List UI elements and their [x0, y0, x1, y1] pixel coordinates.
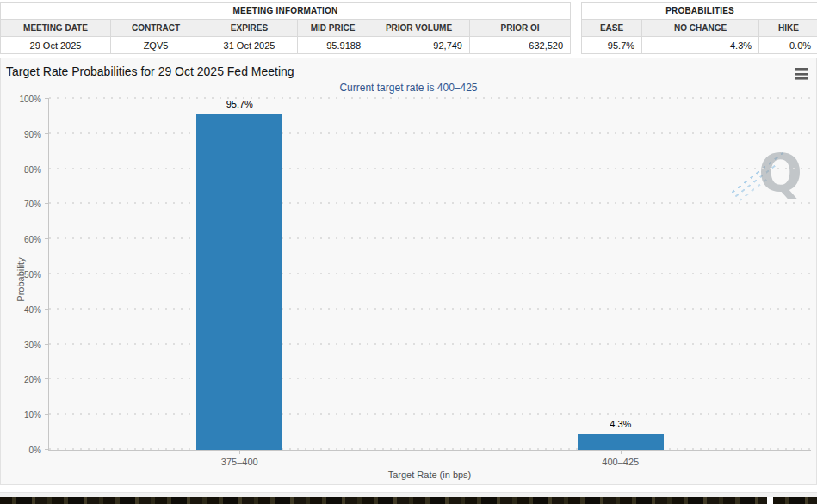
y-axis-title: Probability [15, 249, 26, 310]
tables-gap [571, 2, 581, 54]
y-tick-label: 60% [24, 235, 41, 244]
cutoff-content-right [773, 497, 817, 504]
menu-bar [795, 77, 808, 80]
table-row: 29 Oct 2025 ZQV5 31 Oct 2025 95.9188 92,… [1, 37, 571, 54]
y-gridline [49, 378, 811, 379]
probability-chart: Target Rate Probabilities for 29 Oct 202… [0, 58, 817, 485]
ease-value: 95.7% [582, 37, 642, 54]
y-gridline [49, 97, 811, 99]
menu-bar [795, 68, 808, 71]
x-tick-mark [621, 450, 622, 454]
meeting-date-value: 29 Oct 2025 [1, 37, 111, 54]
y-tick-label: 10% [24, 410, 41, 420]
col-header-contract: CONTRACT [111, 20, 201, 37]
y-tick-label: 40% [24, 304, 41, 314]
y-tick-mark [45, 169, 49, 169]
col-header-ease: EASE [582, 20, 642, 37]
chart-bar[interactable] [578, 434, 664, 450]
y-tick-label: 20% [24, 375, 41, 384]
y-tick-mark [45, 203, 49, 204]
meeting-information-title: MEETING INFORMATION [1, 3, 571, 20]
hamburger-menu-icon[interactable] [795, 68, 809, 80]
cutoff-content-divider [767, 497, 773, 504]
y-tick-mark [45, 274, 49, 274]
y-tick-mark [45, 344, 49, 345]
y-tick-label: 70% [24, 200, 41, 209]
y-gridline [49, 413, 811, 415]
y-tick-label: 30% [24, 340, 41, 349]
prior-volume-value: 92,749 [368, 37, 470, 54]
bar-data-label: 95.7% [226, 99, 253, 109]
cutoff-content-strip [0, 497, 817, 504]
y-tick-label: 90% [24, 129, 41, 138]
y-tick-mark [45, 309, 49, 310]
table-row: 95.7% 4.3% 0.0% [582, 37, 817, 54]
y-gridline [49, 202, 811, 204]
mid-price-value: 95.9188 [298, 37, 368, 54]
x-tick-mark [239, 450, 240, 454]
prior-oi-value: 632,520 [470, 37, 571, 54]
x-axis-title: Target Rate (in bps) [48, 470, 811, 480]
probabilities-table: PROBABILITIES EASE NO CHANGE HIKE 95.7% … [581, 2, 817, 54]
col-header-mid-price: MID PRICE [298, 20, 368, 37]
probabilities-title: PROBABILITIES [582, 3, 817, 20]
y-gridline [49, 343, 811, 345]
y-gridline [49, 237, 811, 239]
chart-bar[interactable] [196, 114, 282, 450]
y-tick-mark [45, 98, 49, 99]
contract-value: ZQV5 [111, 37, 201, 54]
y-tick-label: 0% [29, 446, 41, 455]
expires-value: 31 Oct 2025 [201, 37, 298, 54]
chart-title: Target Rate Probabilities for 29 Oct 202… [6, 65, 294, 78]
col-header-no-change: NO CHANGE [642, 20, 759, 37]
y-gridline [49, 448, 811, 450]
chart-subtitle: Current target rate is 400–425 [1, 82, 816, 94]
y-tick-mark [45, 414, 49, 415]
meeting-information-table: MEETING INFORMATION MEETING DATE CONTRAC… [0, 2, 571, 54]
bottom-gap [0, 485, 817, 492]
watermark-swoosh [732, 151, 786, 194]
x-category-label: 400–425 [602, 457, 639, 467]
col-header-expires: EXPIRES [201, 20, 298, 37]
y-tick-label: 80% [24, 164, 41, 174]
cutoff-content-left [0, 497, 767, 504]
y-gridline [49, 168, 811, 169]
y-gridline [49, 308, 811, 310]
watermark-swoosh [739, 177, 770, 202]
col-header-meeting-date: MEETING DATE [1, 20, 111, 37]
bar-data-label: 4.3% [610, 419, 631, 429]
y-tick-mark [45, 133, 49, 134]
y-gridline [49, 132, 811, 134]
col-header-prior-volume: PRIOR VOLUME [368, 20, 470, 37]
y-tick-label: 100% [19, 95, 41, 104]
y-tick-label: 50% [24, 270, 41, 280]
q-logo-icon: Q [758, 147, 802, 199]
y-tick-mark [45, 449, 49, 450]
no-change-value: 4.3% [642, 37, 759, 54]
quikstrike-watermark: Q [737, 142, 806, 211]
menu-bar [795, 73, 808, 76]
y-gridline [49, 273, 811, 274]
col-header-prior-oi: PRIOR OI [470, 20, 571, 37]
y-tick-mark [45, 378, 49, 379]
plot-area: Q 0%10%20%30%40%50%60%70%80%90%100%95.7%… [48, 99, 811, 451]
top-tables-row: MEETING INFORMATION MEETING DATE CONTRAC… [0, 0, 817, 54]
col-header-hike: HIKE [759, 20, 817, 37]
hike-value: 0.0% [759, 37, 817, 54]
y-tick-mark [45, 238, 49, 239]
x-category-label: 375–400 [221, 457, 258, 467]
